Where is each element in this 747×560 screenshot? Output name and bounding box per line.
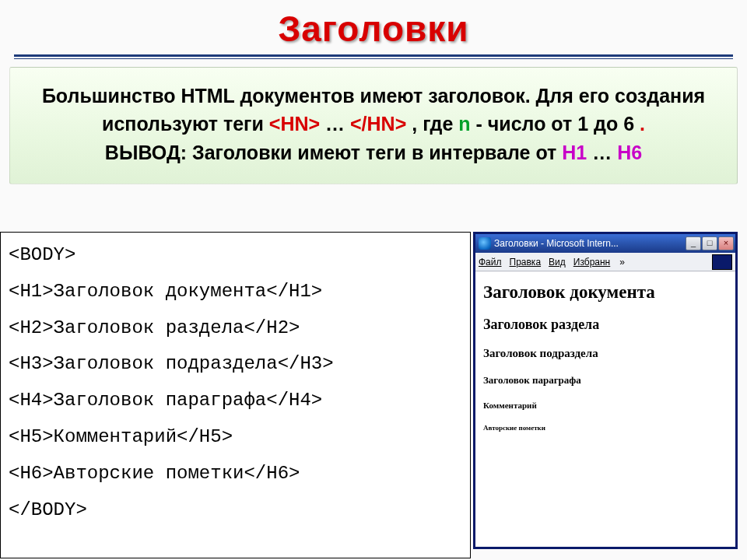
intro-tag-close: </HN>: [350, 113, 406, 135]
menu-file[interactable]: Файл: [479, 257, 502, 268]
intro-tag-open: <HN>: [269, 113, 320, 135]
intro-h1: H1: [562, 142, 587, 163]
code-line-0: <BODY>: [9, 244, 75, 265]
rendered-h5: Комментарий: [483, 401, 728, 410]
rendered-h4: Заголовок параграфа: [483, 374, 728, 387]
code-panel: <BODY> <H1>Заголовок документа</H1> <H2>…: [0, 232, 471, 558]
maximize-button[interactable]: □: [702, 236, 717, 250]
intro-ellipsis: …: [325, 113, 345, 135]
ie-throbber-icon: [712, 254, 732, 270]
rendered-h1: Заголовок документа: [483, 282, 728, 303]
menu-favorites[interactable]: Избранн: [573, 257, 610, 268]
browser-title-text: Заголовки - Microsoft Intern...: [494, 238, 682, 249]
menu-more[interactable]: »: [619, 257, 625, 268]
code-line-2: <H2>Заголовок раздела</H2>: [9, 317, 300, 338]
menu-view[interactable]: Вид: [549, 257, 566, 268]
code-line-4: <H4>Заголовок параграфа</H4>: [9, 390, 322, 411]
intro-box: Большинство HTML документов имеют заголо…: [9, 67, 738, 184]
minimize-button[interactable]: _: [686, 236, 701, 250]
rendered-h3: Заголовок подраздела: [483, 347, 728, 360]
intro-text-3: - число от 1 до 6: [476, 113, 635, 135]
rendered-h6: Авторские пометки: [483, 424, 728, 432]
code-line-5: <H5>Комментарий</H5>: [9, 426, 233, 447]
intro-dot: .: [640, 113, 645, 135]
code-line-7: </BODY>: [9, 499, 87, 520]
browser-menubar: Файл Правка Вид Избранн »: [475, 253, 735, 271]
intro-n: n: [458, 113, 470, 135]
rendered-h2: Заголовок раздела: [483, 317, 728, 333]
code-line-6: <H6>Авторские пометки</H6>: [9, 463, 300, 484]
intro-line2-b: …: [592, 142, 617, 163]
code-line-3: <H3>Заголовок подраздела</H3>: [9, 353, 334, 374]
close-button[interactable]: ×: [718, 236, 734, 250]
rule-top: [14, 54, 733, 57]
intro-h6: H6: [617, 142, 642, 163]
browser-window: Заголовки - Microsoft Intern... _ □ × Фа…: [473, 232, 738, 549]
window-controls: _ □ ×: [686, 236, 734, 250]
intro-line2-a: ВЫВОД: Заголовки имеют теги в интервале …: [105, 142, 562, 163]
code-line-1: <H1>Заголовок документа</H1>: [9, 281, 322, 302]
page-title: Заголовки: [0, 0, 747, 53]
rule-bottom: [14, 58, 733, 59]
browser-titlebar[interactable]: Заголовки - Microsoft Intern... _ □ ×: [475, 234, 735, 253]
intro-text-2: , где: [412, 113, 458, 135]
menu-edit[interactable]: Правка: [510, 257, 542, 268]
ie-icon: [479, 237, 491, 250]
browser-viewport[interactable]: Заголовок документа Заголовок раздела За…: [475, 271, 735, 547]
